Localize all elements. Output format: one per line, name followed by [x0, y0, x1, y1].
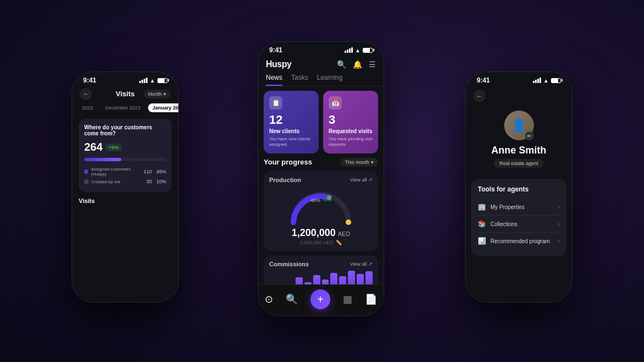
- gauge-change: +6%: [323, 198, 331, 202]
- tool-row-collections[interactable]: 📚 Collections ›: [478, 216, 560, 233]
- right-battery-icon: [551, 78, 561, 83]
- legend-label-1: Assigned customers (Huspy): [84, 167, 144, 177]
- agent-role-badge: Real estate agent: [494, 159, 544, 168]
- search-icon[interactable]: 🔍: [337, 60, 346, 69]
- legend-vals-2: 30 10%: [146, 179, 166, 184]
- commissions-header: Commissions View all ↗: [269, 261, 373, 267]
- requested-visits-card[interactable]: 📅 3 Requested visits You have pending vi…: [323, 91, 378, 153]
- pct-change-badge: +6%: [106, 144, 121, 151]
- back-button[interactable]: ←: [80, 88, 92, 100]
- left-status-icons: ▲: [139, 78, 167, 84]
- legend-text-1: Assigned customers (Huspy): [91, 167, 143, 177]
- nav-search-icon[interactable]: 🔍: [286, 293, 298, 305]
- month-jan-2024[interactable]: January 2024: [148, 103, 178, 112]
- fab-add-button[interactable]: +: [310, 289, 330, 309]
- app-logo: Huspy: [266, 59, 291, 69]
- tab-learning[interactable]: Learning: [317, 74, 343, 86]
- stat-cards-row: 📋 12 New clients You have new clients as…: [258, 91, 384, 158]
- tool-name-properties: My Properties: [490, 204, 525, 210]
- production-currency: AED: [338, 231, 351, 237]
- properties-icon: 🏢: [478, 203, 486, 211]
- production-view-all[interactable]: View all ↗: [350, 177, 373, 183]
- tool-left-collections: 📚 Collections: [478, 220, 517, 228]
- month-dec-2023[interactable]: December 2023: [101, 103, 145, 112]
- legend-vals-1: 110 45%: [144, 169, 166, 174]
- tab-tasks[interactable]: Tasks: [291, 74, 308, 86]
- left-battery-icon: [157, 78, 167, 83]
- production-header: Production View all ↗: [269, 177, 373, 183]
- right-wifi-icon: ▲: [543, 78, 549, 84]
- progress-bar-fill: [84, 158, 121, 161]
- nav-chart-icon[interactable]: ▦: [343, 293, 352, 305]
- commissions-title: Commissions: [269, 261, 309, 267]
- tool-left-properties: 🏢 My Properties: [478, 203, 525, 211]
- legend-val-1: 110: [144, 169, 152, 174]
- profile-area: 👤 ✏ Anne Smith Real estate agent: [466, 105, 572, 173]
- legend-pct-2: 10%: [156, 179, 166, 184]
- legend-label-2: Created by me: [84, 179, 120, 184]
- commissions-view-all[interactable]: View all ↗: [350, 261, 373, 267]
- months-scroll[interactable]: 2023 December 2023 January 2024 February…: [72, 101, 178, 114]
- tool-name-recommended: Recommended program: [490, 238, 550, 244]
- legend-dot-1: [84, 169, 88, 174]
- clients-desc: You have new clients assigned.: [269, 136, 313, 148]
- edit-icon[interactable]: ✏️: [336, 240, 342, 245]
- wifi-icon: ▲: [355, 47, 361, 53]
- right-phone: 9:41 ▲ ← 👤 ✏ Anne Smith Re: [465, 72, 572, 303]
- production-title: Production: [269, 177, 301, 183]
- collections-arrow-icon: ›: [558, 220, 560, 228]
- legend-row-1: Assigned customers (Huspy) 110 45%: [84, 167, 166, 177]
- tab-news[interactable]: News: [266, 74, 282, 86]
- month-2023[interactable]: 2023: [78, 103, 97, 112]
- nav-home-icon[interactable]: ⊙: [265, 293, 273, 305]
- recommended-icon: 📊: [478, 237, 486, 245]
- question-text: Where do your customers come from?: [84, 124, 166, 136]
- production-value: 1,200,000: [292, 227, 336, 239]
- left-topbar: ← Visits Month ▾: [72, 86, 178, 101]
- svg-point-0: [346, 220, 351, 225]
- right-status-icons: ▲: [533, 78, 561, 84]
- avatar-wrapper: 👤 ✏: [504, 111, 534, 140]
- clients-title: New clients: [269, 128, 313, 134]
- tools-title: Tools for agents: [478, 185, 560, 193]
- avatar-edit-button[interactable]: ✏: [525, 131, 534, 140]
- gauge-svg: [285, 187, 357, 225]
- center-status-bar: 9:41 ▲: [258, 42, 384, 56]
- tool-left-recommended: 📊 Recommended program: [478, 237, 550, 245]
- bell-icon[interactable]: 🔔: [353, 60, 362, 69]
- production-target: 2,800,000 AED ✏️: [269, 240, 373, 245]
- month-filter-label: This month: [345, 160, 369, 165]
- month-filter-badge[interactable]: This month ▾: [340, 158, 378, 167]
- clients-count: 12: [269, 114, 313, 126]
- recommended-arrow-icon: ›: [558, 237, 560, 245]
- month-filter-button[interactable]: Month ▾: [144, 90, 171, 98]
- visits-desc: You have pending visit requests.: [329, 136, 373, 148]
- tool-name-collections: Collections: [490, 221, 517, 227]
- left-page-title: Visits: [116, 90, 134, 98]
- tool-row-properties[interactable]: 🏢 My Properties ›: [478, 199, 560, 216]
- new-clients-card[interactable]: 📋 12 New clients You have new clients as…: [264, 91, 319, 153]
- center-status-icons: ▲: [345, 47, 373, 53]
- chevron-down-icon: ▾: [371, 160, 374, 165]
- visits-section-label: Visits: [79, 198, 172, 204]
- legend-dot-2: [84, 179, 89, 184]
- customer-source-box: Where do your customers come from? 264 +…: [79, 119, 172, 192]
- right-back-button[interactable]: ←: [473, 90, 485, 102]
- total-count: 264 +6%: [84, 141, 166, 153]
- left-wifi-icon: ▲: [150, 78, 155, 84]
- visits-title: Requested visits: [329, 128, 373, 134]
- visits-card-icon: 📅: [329, 96, 342, 109]
- left-phone: 9:41 ▲ ← Visits Month ▾ 202: [72, 72, 179, 303]
- legend-text-2: Created by me: [91, 179, 120, 184]
- clients-card-icon: 📋: [269, 96, 282, 109]
- left-signal-icon: [139, 78, 148, 83]
- month-filter-text: Month: [148, 91, 162, 97]
- right-screen: 9:41 ▲ ← 👤 ✏ Anne Smith Re: [466, 72, 572, 302]
- left-status-bar: 9:41 ▲: [72, 72, 178, 86]
- center-phone: 9:41 ▲ Huspy 🔍 🔔 ☰ News: [258, 41, 384, 316]
- nav-docs-icon[interactable]: 📄: [365, 293, 377, 305]
- right-time: 9:41: [477, 76, 490, 84]
- menu-icon[interactable]: ☰: [369, 60, 376, 69]
- header-icons: 🔍 🔔 ☰: [337, 60, 376, 69]
- tool-row-recommended[interactable]: 📊 Recommended program ›: [478, 233, 560, 249]
